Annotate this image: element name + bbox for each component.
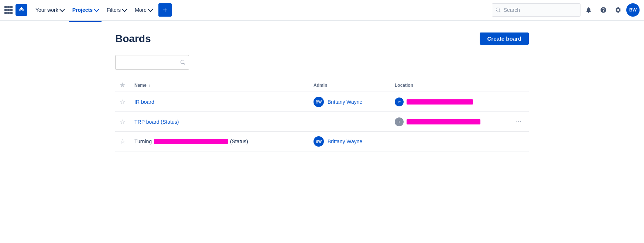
user-avatar[interactable]: BW <box>626 3 640 17</box>
create-board-label: Create board <box>487 35 521 42</box>
nav-label-projects: Projects <box>72 7 93 13</box>
location-cell-trp: T <box>390 112 508 132</box>
admin-cell-ir: BW Brittany Wayne <box>309 92 390 112</box>
star-cell-turning: ☆ <box>115 132 130 151</box>
star-toggle-trp[interactable]: ☆ <box>120 118 126 126</box>
navbar: Your work Projects Filters More + <box>0 0 644 21</box>
table-row: ☆ IR board BW Brittany Wayne <box>115 92 529 112</box>
admin-cell-trp <box>309 112 390 132</box>
chevron-down-icon <box>122 7 127 12</box>
search-input[interactable] <box>504 7 576 13</box>
th-location: Location <box>390 79 508 92</box>
th-star: ★ <box>115 79 130 92</box>
location-redact-ir <box>407 99 473 105</box>
apps-icon[interactable] <box>4 6 13 14</box>
nav-item-projects[interactable]: Projects <box>69 5 102 15</box>
location-cell-ir: IR <box>390 92 508 112</box>
board-link-trp[interactable]: TRP board (Status) <box>134 119 179 125</box>
board-search-box <box>115 55 189 70</box>
board-name-redacted-turning: Turning (Status) <box>134 138 305 144</box>
location-icon-trp: T <box>395 117 404 126</box>
sort-ascending-icon: ↑ <box>148 83 150 88</box>
board-search-icon <box>181 60 185 65</box>
nav-item-filters[interactable]: Filters <box>103 5 130 15</box>
search-icon <box>496 7 501 13</box>
avatar-initials: BW <box>629 7 637 13</box>
location-text-ir <box>407 99 473 105</box>
star-cell-ir: ☆ <box>115 92 130 112</box>
board-filter-input[interactable] <box>119 59 178 65</box>
chevron-down-icon <box>59 7 65 12</box>
name-cell-turning: Turning (Status) <box>130 132 309 151</box>
name-cell-ir: IR board <box>130 92 309 112</box>
location-cell-turning <box>390 132 508 151</box>
admin-name-ir[interactable]: Brittany Wayne <box>328 99 362 105</box>
th-admin: Admin <box>309 79 390 92</box>
location-icon-ir: IR <box>395 97 404 106</box>
page-title: Boards <box>115 33 151 45</box>
boards-table: ★ Name ↑ Admin Location ☆ <box>115 79 529 151</box>
admin-avatar-turning: BW <box>314 136 324 147</box>
nav-label-your-work: Your work <box>35 7 58 13</box>
table-row: ☆ TRP board (Status) T <box>115 112 529 132</box>
star-toggle-turning[interactable]: ☆ <box>120 138 126 145</box>
admin-avatar-ir: BW <box>314 97 324 107</box>
help-button[interactable] <box>597 3 610 17</box>
location-text-trp <box>407 119 480 124</box>
chevron-down-icon <box>148 7 153 12</box>
star-cell-trp: ☆ <box>115 112 130 132</box>
board-link-ir[interactable]: IR board <box>134 99 154 105</box>
create-board-button[interactable]: Create board <box>480 32 529 45</box>
settings-button[interactable] <box>612 3 625 17</box>
nav-create-button[interactable]: + <box>158 3 172 17</box>
nav-item-more[interactable]: More <box>131 5 155 15</box>
chevron-down-icon <box>94 7 99 12</box>
admin-cell-turning: BW Brittany Wayne <box>309 132 390 151</box>
name-cell-trp: TRP board (Status) <box>130 112 309 132</box>
row-menu-button-trp[interactable]: ··· <box>513 116 524 127</box>
star-toggle-ir[interactable]: ☆ <box>120 98 126 106</box>
th-name[interactable]: Name ↑ <box>130 79 309 92</box>
bell-icon <box>585 7 592 13</box>
table-row: ☆ Turning (Status) BW Brittany Wayne <box>115 132 529 151</box>
help-icon <box>600 7 607 13</box>
nav-label-filters: Filters <box>107 7 121 13</box>
admin-name-turning[interactable]: Brittany Wayne <box>328 138 362 144</box>
nav-create-label: + <box>163 5 168 15</box>
nav-item-your-work[interactable]: Your work <box>32 5 67 15</box>
location-redact-trp <box>407 119 480 124</box>
nav-label-more: More <box>135 7 147 13</box>
th-name-label: Name <box>134 83 147 88</box>
main-content: Boards Create board ★ Name ↑ Admin <box>100 21 544 163</box>
name-redact-turning <box>154 139 228 144</box>
nav-search-box <box>492 3 580 17</box>
menu-cell-trp: ··· <box>508 112 529 132</box>
jira-logo[interactable] <box>16 4 27 16</box>
gear-icon <box>615 7 621 13</box>
page-header: Boards Create board <box>115 32 529 45</box>
notifications-button[interactable] <box>582 3 595 17</box>
